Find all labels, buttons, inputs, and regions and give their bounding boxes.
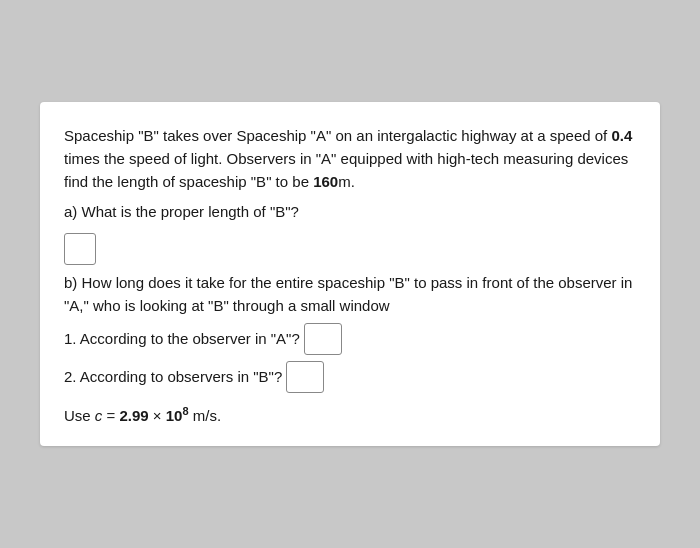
part-b-question: b) How long does it take for the entire … xyxy=(64,271,636,318)
problem-card: Spaceship "B" takes over Spaceship "A" o… xyxy=(40,102,660,447)
part-a-question: a) What is the proper length of "B"? xyxy=(64,200,636,223)
problem-statement: Spaceship "B" takes over Spaceship "A" o… xyxy=(64,124,636,194)
formula-use: Use xyxy=(64,407,95,424)
formula-base: 10 xyxy=(166,407,183,424)
length-unit: m. xyxy=(338,173,355,190)
numbered-item-2: 2. According to observers in "B"? xyxy=(64,361,636,393)
formula-unit: m/s. xyxy=(189,407,222,424)
formula-eq: = xyxy=(102,407,119,424)
answer-2-input-box[interactable] xyxy=(286,361,324,393)
speed-value: 0.4 xyxy=(611,127,632,144)
formula-line: Use c = 2.99 × 108 m/s. xyxy=(64,405,636,424)
item2-text: 2. According to observers in "B"? xyxy=(64,365,282,389)
intro-text: Spaceship "B" takes over Spaceship "A" o… xyxy=(64,127,611,144)
length-value: 160 xyxy=(313,173,338,190)
answer-1-input-box[interactable] xyxy=(304,323,342,355)
formula-val: 2.99 xyxy=(119,407,148,424)
item1-text: 1. According to the observer in "A"? xyxy=(64,327,300,351)
numbered-item-1: 1. According to the observer in "A"? xyxy=(64,323,636,355)
formula-times: × xyxy=(149,407,166,424)
answer-a-input-box[interactable] xyxy=(64,233,96,265)
